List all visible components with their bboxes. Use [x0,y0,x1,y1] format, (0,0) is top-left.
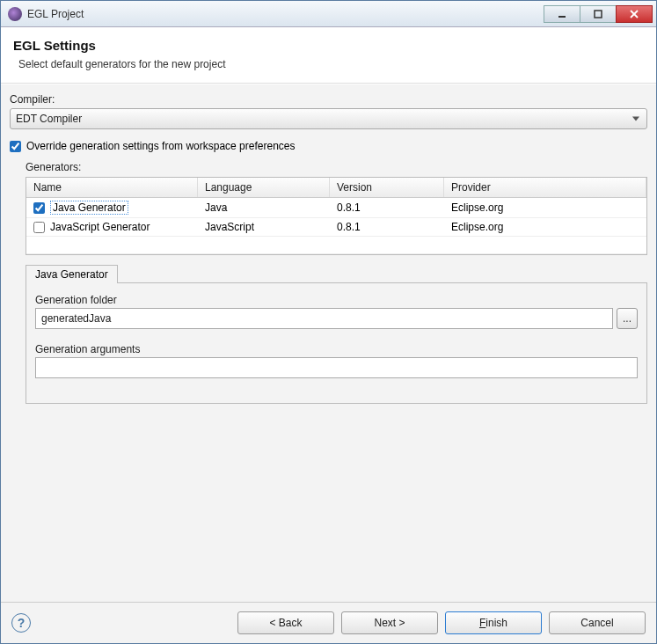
compiler-dropdown[interactable]: EDT Compiler [10,108,647,129]
generation-arguments-input[interactable] [35,357,638,378]
row-provider: Eclipse.org [444,218,646,236]
generators-table: Name Language Version Provider Java Gene… [26,177,647,255]
wizard-footer: ? < Back Next > Finish Cancel [1,602,656,643]
page-subtitle: Select default generators for the new pr… [18,58,644,70]
help-icon: ? [18,616,26,630]
back-button[interactable]: < Back [237,611,334,634]
finish-button[interactable]: Finish [445,611,542,634]
col-language-header[interactable]: Language [198,178,330,197]
row-checkbox[interactable] [33,202,45,214]
table-header: Name Language Version Provider [26,178,646,198]
override-row: Override generation settings from worksp… [10,140,647,152]
next-button[interactable]: Next > [341,611,438,634]
svg-rect-1 [595,11,602,18]
generation-folder-input[interactable] [35,308,613,329]
override-checkbox[interactable] [10,141,21,152]
table-row-empty [26,237,646,254]
row-name: Java Generator [50,201,128,215]
col-name-header[interactable]: Name [26,178,198,197]
maximize-icon [594,10,602,18]
maximize-button[interactable] [580,5,617,23]
cancel-button[interactable]: Cancel [549,611,646,634]
tab-java-generator[interactable]: Java Generator [26,265,118,283]
ellipsis-icon: ... [623,312,631,325]
window-controls [544,5,653,23]
generators-label: Generators: [26,161,647,173]
page-title: EGL Settings [13,38,644,53]
help-button[interactable]: ? [11,613,31,633]
compiler-label: Compiler: [10,93,647,106]
wizard-header: EGL Settings Select default generators f… [1,27,656,84]
row-provider: Eclipse.org [444,199,646,216]
generation-arguments-label: Generation arguments [35,343,638,355]
dialog-window: EGL Project EGL Settings Select default … [0,0,657,644]
override-label: Override generation settings from worksp… [26,140,295,152]
close-button[interactable] [616,5,653,23]
row-language: Java [198,199,330,216]
window-title: EGL Project [27,8,544,20]
close-icon [630,10,639,18]
app-icon [8,7,22,21]
generation-arguments-group: Generation arguments [35,340,638,378]
tab-label: Java Generator [35,268,108,281]
generation-folder-group: Generation folder ... [35,290,638,329]
minimize-icon [558,10,566,18]
minimize-button[interactable] [544,5,580,23]
footer-buttons: < Back Next > Finish Cancel [237,611,646,634]
row-name-cell: Java Generator [26,198,198,217]
row-version: 0.8.1 [330,199,444,216]
row-checkbox[interactable] [33,222,45,233]
compiler-selected: EDT Compiler [16,113,82,125]
generation-folder-label: Generation folder [35,294,638,306]
row-name: JavaScript Generator [50,221,150,233]
wizard-content: Compiler: EDT Compiler Override generati… [1,84,656,602]
row-name-cell: JavaScript Generator [26,218,198,236]
table-row[interactable]: Java Generator Java 0.8.1 Eclipse.org [26,198,646,218]
generator-tab-area: Java Generator Generation folder ... [26,264,647,404]
generators-block: Generators: Name Language Version Provid… [26,161,647,404]
browse-button[interactable]: ... [617,308,638,329]
row-language: JavaScript [198,218,330,236]
row-version: 0.8.1 [330,218,444,236]
tab-body: Generation folder ... Generation argumen… [26,282,647,404]
titlebar[interactable]: EGL Project [1,1,656,27]
col-provider-header[interactable]: Provider [444,178,646,197]
col-version-header[interactable]: Version [330,178,444,197]
table-row[interactable]: JavaScript Generator JavaScript 0.8.1 Ec… [26,218,646,237]
